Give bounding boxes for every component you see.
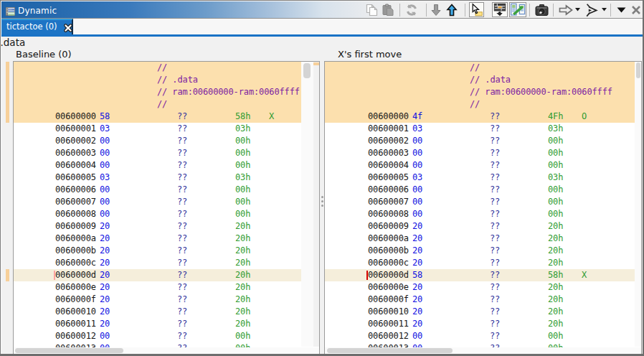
listing-comment-line[interactable]: // .data: [14, 74, 301, 86]
address-field[interactable]: 0060000c: [368, 257, 409, 269]
address-field[interactable]: 00600000: [368, 111, 409, 123]
address-field[interactable]: 00600012: [55, 330, 96, 342]
byte-field[interactable]: 00: [412, 159, 422, 172]
mnemonic-field[interactable]: ??: [490, 220, 500, 233]
listing-row[interactable]: 0060000920??20h: [325, 220, 635, 233]
value-field[interactable]: 20h: [548, 233, 563, 245]
byte-field[interactable]: 20: [412, 245, 422, 257]
mnemonic-field[interactable]: ??: [490, 269, 500, 281]
listing-row[interactable]: 0060000a20??20h: [325, 233, 635, 245]
address-field[interactable]: 0060000c: [55, 257, 96, 269]
listing-row[interactable]: 0060000600??00h: [325, 184, 635, 196]
listing-row[interactable]: 0060000200??00h: [325, 135, 635, 147]
byte-field[interactable]: 20: [100, 245, 110, 257]
splitter-grip[interactable]: [321, 205, 323, 207]
address-field[interactable]: 00600005: [368, 172, 409, 184]
mnemonic-field[interactable]: ??: [177, 233, 187, 245]
byte-field[interactable]: 20: [100, 257, 110, 269]
mnemonic-field[interactable]: ??: [490, 135, 500, 147]
address-field[interactable]: 0060000f: [368, 294, 409, 306]
listing-row[interactable]: 0060001200??00h: [14, 330, 301, 342]
listing-row[interactable]: 0060001020??20h: [14, 306, 301, 318]
mnemonic-field[interactable]: ??: [490, 196, 500, 208]
address-field[interactable]: 0060000d: [368, 269, 409, 281]
address-field[interactable]: 0060000f: [55, 294, 96, 306]
byte-field[interactable]: 00: [412, 208, 422, 220]
dropdown-caret-icon[interactable]: [601, 7, 607, 11]
value-field[interactable]: 00h: [235, 135, 250, 147]
byte-field[interactable]: 00: [412, 330, 422, 342]
arrow-down-icon[interactable]: [428, 2, 444, 17]
address-field[interactable]: 00600011: [55, 318, 96, 330]
value-field[interactable]: 00h: [235, 342, 250, 347]
address-field[interactable]: 00600006: [55, 184, 96, 196]
value-field[interactable]: 00h: [235, 147, 250, 159]
listing-row[interactable]: 0060000700??00h: [325, 196, 635, 208]
address-field[interactable]: 00600007: [368, 196, 409, 208]
value-field[interactable]: 20h: [548, 281, 563, 294]
refresh-icon[interactable]: [404, 2, 420, 17]
address-field[interactable]: 0060000b: [55, 245, 96, 257]
mnemonic-field[interactable]: ??: [177, 220, 187, 233]
listing-comment-line[interactable]: // ram:00600000-ram:0060ffff: [14, 86, 301, 98]
address-field[interactable]: 0060000a: [55, 233, 96, 245]
listing-row[interactable]: 0060000103??03h: [325, 123, 635, 135]
value-field[interactable]: 20h: [548, 294, 563, 306]
byte-field[interactable]: 00: [100, 330, 110, 342]
mnemonic-field[interactable]: ??: [177, 318, 187, 330]
value-field[interactable]: 20h: [235, 294, 250, 306]
byte-field[interactable]: 20: [100, 220, 110, 233]
address-field[interactable]: 00600000: [55, 111, 96, 123]
value-field[interactable]: 58h: [235, 111, 250, 123]
address-field[interactable]: 00600010: [368, 306, 409, 318]
mnemonic-field[interactable]: ??: [177, 172, 187, 184]
value-field[interactable]: 00h: [548, 135, 563, 147]
mnemonic-field[interactable]: ??: [177, 135, 187, 147]
listing-row[interactable]: 0060000f20??20h: [14, 294, 301, 306]
overview-diff-marker[interactable]: [313, 62, 319, 65]
value-field[interactable]: 20h: [235, 318, 250, 330]
value-field[interactable]: 20h: [548, 318, 563, 330]
byte-field[interactable]: 00: [412, 342, 422, 347]
value-field[interactable]: 58h: [548, 269, 563, 281]
copy-icon[interactable]: [364, 2, 379, 17]
mnemonic-field[interactable]: ??: [177, 306, 187, 318]
listing-row[interactable]: 0060000d58??58hX: [325, 269, 635, 281]
value-field[interactable]: 20h: [235, 281, 250, 294]
listing-row[interactable]: 0060000800??00h: [325, 208, 635, 220]
vertical-scrollbar-thumb[interactable]: [636, 62, 640, 78]
listing-row[interactable]: 0060000503??03h: [14, 172, 301, 184]
tab-tictactoe[interactable]: tictactoe (0): [1, 19, 73, 34]
vertical-scrollbar-thumb[interactable]: [303, 63, 311, 78]
mnemonic-field[interactable]: ??: [177, 330, 187, 342]
address-field[interactable]: 00600013: [55, 342, 96, 347]
byte-field[interactable]: 00: [100, 135, 110, 147]
mnemonic-field[interactable]: ??: [177, 342, 187, 347]
byte-field[interactable]: 20: [100, 269, 110, 281]
table-navigation-button[interactable]: [492, 2, 508, 17]
value-field[interactable]: 20h: [548, 306, 563, 318]
listing-row[interactable]: 0060000c20??20h: [14, 257, 301, 269]
value-field[interactable]: 4Fh: [548, 111, 563, 123]
byte-field[interactable]: 03: [412, 172, 422, 184]
listing-row[interactable]: 0060000b20??20h: [14, 245, 301, 257]
listing-row[interactable]: 0060000b20??20h: [325, 245, 635, 257]
byte-field[interactable]: 20: [100, 318, 110, 330]
byte-field[interactable]: 00: [100, 208, 110, 220]
value-field[interactable]: 20h: [548, 245, 563, 257]
mnemonic-field[interactable]: ??: [177, 111, 187, 123]
listing-row[interactable]: 0060000800??00h: [14, 208, 301, 220]
mnemonic-field[interactable]: ??: [177, 294, 187, 306]
byte-field[interactable]: 58: [100, 111, 110, 123]
mnemonic-field[interactable]: ??: [177, 196, 187, 208]
horizontal-scrollbar-thumb[interactable]: [15, 348, 123, 353]
byte-field[interactable]: 20: [412, 233, 422, 245]
byte-field[interactable]: 4f: [412, 111, 422, 123]
value-field[interactable]: 00h: [235, 159, 250, 172]
mnemonic-field[interactable]: ??: [490, 281, 500, 294]
byte-field[interactable]: 00: [100, 147, 110, 159]
listing-comment-line[interactable]: // ram:00600000-ram:0060ffff: [325, 86, 635, 98]
address-field[interactable]: 00600001: [368, 123, 409, 135]
byte-field[interactable]: 00: [100, 159, 110, 172]
listing-row[interactable]: 0060000e20??20h: [14, 281, 301, 294]
